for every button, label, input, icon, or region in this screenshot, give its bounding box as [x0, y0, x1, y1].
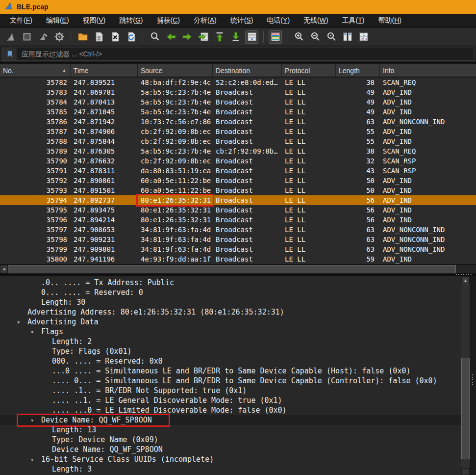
menu-item[interactable]: 跳转(G)	[112, 14, 150, 27]
save-file-icon[interactable]	[92, 30, 105, 44]
detail-tree-row[interactable]: ▼000. .... = Reserved: 0x0	[0, 356, 476, 366]
packet-no: 35793	[0, 185, 71, 195]
packet-row[interactable]: 35790 247.876632 cb:2f:92:09:8b:ec Broad…	[0, 156, 476, 166]
packet-row[interactable]: 35800 247.941196 4e:93:f9:dd:aa:1f Broad…	[0, 254, 476, 264]
menu-item[interactable]: 无线(W)	[297, 14, 335, 27]
packet-protocol: LE LL	[282, 215, 336, 225]
packet-row[interactable]: 35782 247.839521 48:ba:df:f2:9e:4c 52:c2…	[0, 78, 476, 87]
menu-item[interactable]: 文件(F)	[3, 14, 39, 27]
packet-info: ADV_IND	[380, 127, 476, 136]
detail-tree-row[interactable]: ▼16-bit Service Class UUIDs (incomplete)	[0, 454, 476, 464]
packet-list-hscrollbar[interactable]: ◄	[0, 265, 476, 273]
packet-row[interactable]: 35792 247.890861 60:a0:5e:11:22:be Broad…	[0, 176, 476, 185]
twisty-expanded-icon[interactable]: ▼	[31, 327, 41, 337]
go-forward-icon[interactable]	[180, 30, 194, 44]
column-header[interactable]: Source▲	[138, 64, 213, 77]
packet-row[interactable]: 35794 247.892737 80:e1:26:35:32:31 Broad…	[0, 195, 476, 205]
packet-row[interactable]: 35799 247.909801 34:81:9f:63:fa:4d Broad…	[0, 244, 476, 254]
menu-item[interactable]: 电话(Y)	[260, 14, 297, 27]
zoom-reset-icon[interactable]	[325, 30, 338, 44]
detail-tree-row[interactable]: ▼Type: Flags (0x01)	[0, 346, 476, 356]
column-header[interactable]: No.▲	[0, 64, 71, 77]
menu-item[interactable]: 视图(V)	[76, 14, 113, 27]
packet-row[interactable]: 35786 247.871942 10:73:7c:56:e7:86 Broad…	[0, 117, 476, 127]
zoom-in-icon[interactable]	[292, 30, 305, 44]
column-header[interactable]: Length▲	[336, 64, 380, 77]
detail-tree-row[interactable]: ▼Advertising Data	[0, 317, 476, 327]
packet-row[interactable]: 35787 247.874906 cb:2f:92:09:8b:ec Broad…	[0, 127, 476, 136]
twisty-expanded-icon[interactable]: ▼	[31, 416, 41, 425]
packet-row[interactable]: 35785 247.871045 5a:b5:9c:23:7b:4e Broad…	[0, 107, 476, 117]
packet-row[interactable]: 35797 247.908653 34:81:9f:63:fa:4d Broad…	[0, 225, 476, 235]
menu-item[interactable]: 分析(A)	[187, 14, 224, 27]
detail-tree-row[interactable]: ▼Flags	[0, 327, 476, 337]
edge-grip-icon[interactable]	[472, 374, 473, 385]
packet-row[interactable]: 35783 247.869781 5a:b5:9c:23:7b:4e Broad…	[0, 87, 476, 97]
zoom-out-icon[interactable]	[308, 30, 322, 44]
detail-tree-row[interactable]: ▼Advertising Address: 80:e1:26:35:32:31 …	[0, 307, 476, 317]
reload-file-icon[interactable]	[125, 30, 138, 44]
layout-panes-icon[interactable]: 123	[357, 30, 370, 44]
scroll-left-icon[interactable]: ◄	[0, 265, 8, 273]
packet-row[interactable]: 35788 247.875844 cb:2f:92:09:8b:ec Broad…	[0, 136, 476, 146]
packet-row[interactable]: 35796 247.894214 80:e1:26:35:32:31 Broad…	[0, 215, 476, 225]
menu-item[interactable]: 帮助(H)	[372, 14, 408, 27]
detail-tree-row[interactable]: ▼.... .1.. = BR/EDR Not Supported: true …	[0, 386, 476, 396]
packet-row[interactable]: 35798 247.909231 34:81:9f:63:fa:4d Broad…	[0, 235, 476, 244]
packet-source: 60:a0:5e:11:22:be	[138, 185, 213, 195]
filter-bookmark-button[interactable]	[2, 48, 17, 60]
detail-tree-row[interactable]: ▼Type: Device Name (0x09)	[0, 435, 476, 445]
go-to-packet-icon[interactable]	[197, 30, 210, 44]
packet-destination: Broadcast	[213, 225, 282, 235]
menu-item[interactable]: 编辑(E)	[39, 14, 76, 27]
display-filter-field[interactable]	[2, 48, 474, 61]
detail-tree-row[interactable]: ▼...0 .... = Simultaneous LE and BR/EDR …	[0, 366, 476, 376]
detail-tree-row[interactable]: ▼.... 0... = Simultaneous LE and BR/EDR …	[0, 376, 476, 386]
detail-tree-row[interactable]: ▼.... ...0 = LE Limited Discoverable Mod…	[0, 405, 476, 415]
detail-tree-row[interactable]: ▼Length: 3	[0, 464, 476, 474]
packet-row[interactable]: 35784 247.870413 5a:b5:9c:23:7b:4e Broad…	[0, 97, 476, 107]
detail-tree-row[interactable]: ▼Length: 13	[0, 425, 476, 435]
display-filter-input[interactable]	[17, 50, 474, 58]
detail-tree-row[interactable]: ▼0... .... = Reserved: 0	[0, 288, 476, 297]
detail-vscrollbar[interactable]: ▲	[461, 276, 470, 475]
close-file-icon[interactable]	[108, 30, 122, 44]
packet-row[interactable]: 35795 247.893475 80:e1:26:35:32:31 Broad…	[0, 205, 476, 215]
column-header[interactable]: Protocol▲	[282, 64, 336, 77]
resize-columns-icon[interactable]	[341, 30, 354, 44]
packet-row[interactable]: 35793 247.891501 60:a0:5e:11:22:be Broad…	[0, 185, 476, 195]
auto-scroll-toggle-icon[interactable]	[245, 30, 258, 44]
detail-tree-row[interactable]: ▼Length: 30	[0, 297, 476, 307]
packet-row[interactable]: 35791 247.878311 da:80:83:51:19:ea Broad…	[0, 166, 476, 176]
restart-capture-icon[interactable]	[36, 30, 50, 44]
detail-tree-row[interactable]: ▼Device Name: QQ_WF_SP8OON	[0, 415, 476, 425]
twisty-expanded-icon[interactable]: ▼	[17, 317, 27, 327]
packet-row[interactable]: 35789 247.876305 5a:b5:9c:23:7b:4e cb:2f…	[0, 146, 476, 156]
vscrollbar-thumb[interactable]	[461, 358, 470, 459]
detail-tree-row[interactable]: ▼.... ..1. = LE General Discoverable Mod…	[0, 396, 476, 405]
go-back-icon[interactable]	[164, 30, 177, 44]
packet-time: 247.874906	[71, 127, 138, 136]
column-header[interactable]: Time▲	[71, 64, 138, 77]
column-header[interactable]: Destination▲	[213, 64, 282, 77]
menu-item[interactable]: 工具(T)	[335, 14, 372, 27]
start-capture-icon[interactable]	[4, 30, 17, 44]
stop-capture-icon[interactable]	[20, 30, 33, 44]
go-last-packet-icon[interactable]	[229, 30, 242, 44]
scroll-down-button[interactable]	[461, 468, 470, 475]
detail-tree-row[interactable]: ▼Length: 2	[0, 337, 476, 346]
open-file-icon[interactable]	[76, 30, 89, 44]
go-first-packet-icon[interactable]	[213, 30, 226, 44]
colorize-toggle-icon[interactable]	[269, 30, 282, 44]
menu-item[interactable]: 捕获(C)	[150, 14, 187, 27]
twisty-expanded-icon[interactable]: ▼	[31, 455, 41, 465]
scroll-up-icon[interactable]: ▲	[461, 276, 470, 284]
capture-options-icon[interactable]	[52, 30, 66, 44]
column-header[interactable]: Info▲	[380, 64, 476, 77]
menu-item[interactable]: 统计(S)	[224, 14, 260, 27]
splitter-grip-icon[interactable]	[456, 274, 472, 275]
detail-tree-row[interactable]: ▼Device Name: QQ_WF_SP8OON	[0, 445, 476, 454]
hscrollbar-thumb[interactable]	[8, 265, 456, 273]
find-packet-icon[interactable]	[148, 30, 161, 44]
detail-tree-row[interactable]: ▼.0.. .... = Tx Address: Public	[0, 278, 476, 288]
